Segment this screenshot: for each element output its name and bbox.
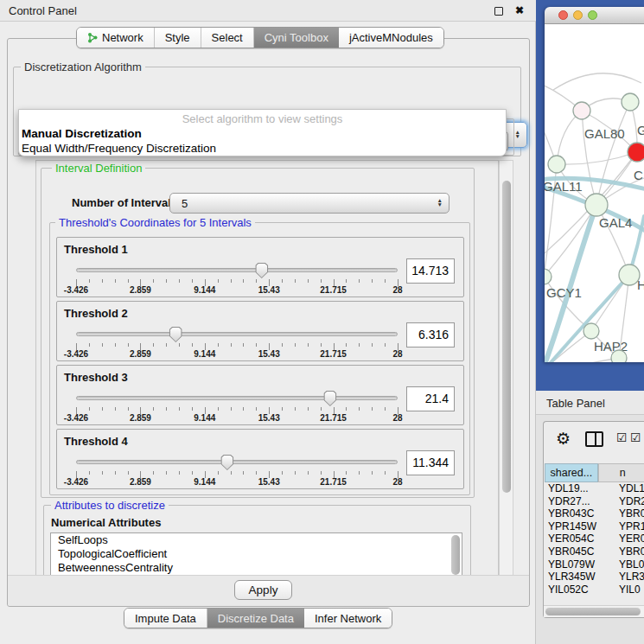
algorithm-popup-placeholder: Select algorithm to view settings [19, 110, 506, 126]
tab-jactivemnodules[interactable]: jActiveMNodules [339, 28, 443, 48]
column-header-name[interactable]: n [598, 463, 644, 482]
algorithm-popup-item[interactable]: Manual Discretization [19, 126, 506, 141]
apply-button[interactable]: Apply [234, 580, 292, 600]
table-row[interactable]: YER054CYER0 [545, 532, 644, 545]
cell-shared-name: YDL19... [545, 482, 612, 495]
slider-tick [372, 407, 373, 411]
threshold-value-field[interactable]: 11.344 [406, 450, 455, 475]
threshold-slider[interactable]: -3.4262.8599.14415.4321.71528 [76, 324, 398, 360]
tab-style[interactable]: Style [155, 28, 201, 48]
discretization-algorithm-group-title: Discretization Algorithm [21, 61, 145, 73]
threshold-value-field[interactable]: 14.713 [406, 258, 455, 284]
tab-label: Infer Network [315, 612, 381, 625]
split-view-icon[interactable] [585, 431, 603, 447]
network-node-c[interactable] [628, 143, 644, 162]
close-icon[interactable]: ✖ [515, 4, 524, 16]
slider-tick [179, 343, 180, 347]
slider-tick [346, 343, 347, 347]
table-panel-title: Table Panel [546, 397, 605, 410]
tab-cyni-toolbox[interactable]: Cyni Toolbox [254, 28, 339, 48]
tab-label: Select [212, 31, 243, 44]
network-node-gcy1[interactable] [545, 269, 552, 284]
table-row[interactable]: YIL052CYIL0 [545, 583, 644, 596]
slider-tick [308, 471, 309, 475]
tab-select[interactable]: Select [201, 28, 254, 48]
slider-tick [231, 471, 232, 475]
slider-thumb[interactable] [255, 263, 268, 278]
slider-tick-label: 15.43 [258, 285, 280, 295]
combo-arrows-icon: ▲▼ [437, 199, 443, 207]
network-node-hap2[interactable] [583, 323, 599, 339]
attribute-list-item[interactable]: SelfLoops [51, 533, 462, 547]
slider-tick [192, 471, 193, 475]
threshold-value-field[interactable]: 21.4 [406, 386, 455, 411]
threshold-slider[interactable]: -3.4262.8599.14415.4321.71528 [76, 260, 398, 296]
tab-network[interactable]: Network [77, 28, 155, 48]
table-row[interactable]: YBR045CYBR0 [545, 545, 644, 558]
number-of-intervals-combobox[interactable]: 5 ▲▼ [169, 193, 450, 214]
float-window-icon[interactable] [494, 7, 503, 16]
zoom-window-button[interactable] [588, 10, 597, 20]
tab-discretize-data[interactable]: Discretize Data [207, 609, 304, 628]
checkbox-checked-icon[interactable]: ☑ [630, 430, 641, 444]
table-horizontal-scrollbar[interactable] [544, 605, 644, 617]
slider-tick [256, 407, 257, 411]
network-node-ga[interactable] [622, 93, 639, 111]
numerical-attributes-label: Numerical Attributes [51, 516, 161, 529]
tab-infer-network[interactable]: Infer Network [304, 609, 392, 628]
slider-track[interactable] [76, 268, 398, 272]
combo-arrows-icon: ▲▼ [515, 131, 520, 138]
network-node-gal11[interactable] [548, 156, 565, 173]
slider-tick [153, 279, 154, 283]
slider-tick [231, 343, 232, 347]
column-header-shared-name[interactable]: shared... [545, 463, 598, 482]
network-canvas[interactable]: GAL80GACGAL11GAL4GCY1HHAP2 [545, 24, 644, 362]
slider-thumb[interactable] [169, 327, 182, 342]
table-row[interactable]: YDL19...YDL1 [545, 482, 644, 495]
slider-tick-label: 2.859 [130, 413, 151, 423]
slider-tick [179, 407, 180, 411]
slider-track[interactable] [76, 332, 398, 336]
cell-name: YDL1 [612, 482, 644, 495]
network-node[interactable] [611, 350, 627, 362]
settings-scrollbar[interactable] [499, 160, 513, 578]
table-row[interactable]: YDR27...YDR2 [545, 495, 644, 508]
table-row[interactable]: YBR043CYBR0 [545, 507, 644, 520]
network-window-titlebar[interactable] [545, 7, 644, 24]
number-of-intervals-label: Number of Intervals [72, 196, 177, 209]
threshold-slider[interactable]: -3.4262.8599.14415.4321.71528 [76, 388, 398, 424]
slider-track[interactable] [76, 396, 398, 400]
threshold-slider[interactable]: -3.4262.8599.14415.4321.71528 [76, 452, 398, 488]
slider-thumb[interactable] [323, 391, 336, 406]
table-row[interactable]: YBL079WYBL0 [545, 558, 644, 571]
numerical-attributes-list[interactable]: SelfLoopsTopologicalCoefficientBetweenne… [50, 532, 462, 577]
network-node-gal4[interactable] [585, 194, 608, 216]
close-window-button[interactable] [558, 10, 568, 20]
table-row[interactable]: YPR145WYPR1 [545, 520, 644, 533]
algorithm-popup-item[interactable]: Equal Width/Frequency Discretization [19, 141, 506, 156]
threshold-label: Threshold 1 [64, 243, 128, 256]
table-row[interactable]: YLR345WYLR3 [545, 571, 644, 583]
checkbox-checked-icon[interactable]: ☑ [616, 430, 628, 444]
attributes-list-scrollbar[interactable] [451, 535, 460, 575]
threshold-value-field[interactable]: 6.316 [406, 322, 455, 348]
attribute-list-item[interactable]: TopologicalCoefficient [51, 547, 462, 561]
thresholds-group: Threshold's Coordinates for 5 Intervals … [49, 222, 470, 495]
slider-tick-label: 21.715 [320, 413, 347, 423]
slider-track[interactable] [76, 460, 398, 464]
network-node-gal80[interactable] [573, 102, 590, 119]
attributes-group: Attributes to discretize Numerical Attri… [43, 505, 471, 578]
control-panel-titlebar: Control Panel ✖ [0, 0, 536, 22]
slider-tick [282, 407, 283, 411]
network-edge [596, 102, 630, 205]
slider-tick [282, 343, 283, 347]
attribute-list-item[interactable]: BetweennessCentrality [51, 561, 462, 575]
slider-thumb[interactable] [220, 455, 233, 470]
cell-name: YDR2 [612, 495, 644, 508]
minimize-window-button[interactable] [573, 10, 583, 20]
cell-shared-name: YBL079W [545, 558, 612, 571]
slider-tick [102, 343, 103, 347]
gear-icon[interactable]: ⚙ [556, 429, 571, 449]
tab-impute-data[interactable]: Impute Data [124, 609, 207, 628]
slider-tick [153, 343, 154, 347]
